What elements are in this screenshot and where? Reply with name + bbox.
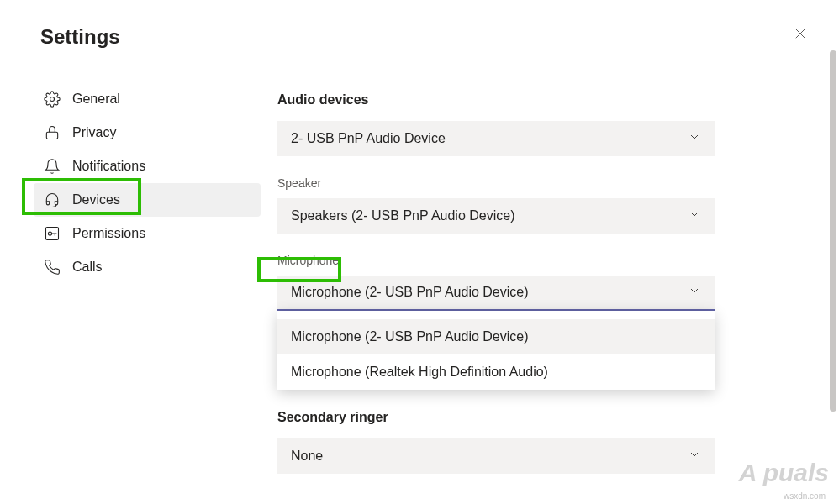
chevron-down-icon <box>688 207 701 224</box>
watermark: A puals <box>739 459 829 487</box>
secondary-ringer-value: None <box>291 449 323 464</box>
speaker-value: Speakers (2- USB PnP Audio Device) <box>291 208 515 223</box>
microphone-value: Microphone (2- USB PnP Audio Device) <box>291 285 529 300</box>
chevron-down-icon <box>688 448 701 465</box>
sidebar-item-label: Notifications <box>72 159 145 174</box>
microphone-option[interactable]: Microphone (Realtek High Definition Audi… <box>277 354 715 390</box>
microphone-option[interactable]: Microphone (2- USB PnP Audio Device) <box>277 319 715 354</box>
audio-devices-title: Audio devices <box>277 92 805 108</box>
secondary-ringer-title: Secondary ringer <box>277 410 805 425</box>
sidebar-item-general[interactable]: General <box>34 82 261 116</box>
svg-point-0 <box>50 97 55 102</box>
audio-device-value: 2- USB PnP Audio Device <box>291 131 446 146</box>
key-icon <box>44 225 61 242</box>
sidebar-item-privacy[interactable]: Privacy <box>34 116 261 150</box>
lock-icon <box>44 124 61 141</box>
sidebar-item-label: Permissions <box>72 226 145 241</box>
page-title: Settings <box>34 25 261 49</box>
sidebar-item-label: Calls <box>72 260 103 275</box>
sidebar-item-label: Devices <box>72 192 120 207</box>
sidebar-item-calls[interactable]: Calls <box>34 250 261 284</box>
microphone-select[interactable]: Microphone (2- USB PnP Audio Device) <box>277 276 715 311</box>
chevron-down-icon <box>688 130 701 147</box>
microphone-options-list: Microphone (2- USB PnP Audio Device) Mic… <box>277 311 715 390</box>
close-button[interactable] <box>790 24 810 44</box>
microphone-label: Microphone <box>277 254 805 267</box>
chevron-down-icon <box>688 284 701 301</box>
bell-icon <box>44 158 61 175</box>
sidebar-item-notifications[interactable]: Notifications <box>34 150 261 183</box>
phone-icon <box>44 259 61 276</box>
svg-rect-1 <box>46 132 57 139</box>
headset-icon <box>44 192 61 208</box>
sidebar-item-devices[interactable]: Devices <box>34 183 261 217</box>
watermark-url: wsxdn.com <box>784 491 826 501</box>
speaker-label: Speaker <box>277 176 805 190</box>
gear-icon <box>44 91 61 108</box>
audio-device-select[interactable]: 2- USB PnP Audio Device <box>277 121 715 156</box>
sidebar-item-label: Privacy <box>72 125 116 140</box>
sidebar-item-label: General <box>72 92 120 107</box>
secondary-ringer-select[interactable]: None <box>277 438 715 474</box>
scrollbar[interactable] <box>830 50 836 412</box>
sidebar-item-permissions[interactable]: Permissions <box>34 217 261 250</box>
speaker-select[interactable]: Speakers (2- USB PnP Audio Device) <box>277 198 715 234</box>
svg-point-3 <box>48 232 51 235</box>
